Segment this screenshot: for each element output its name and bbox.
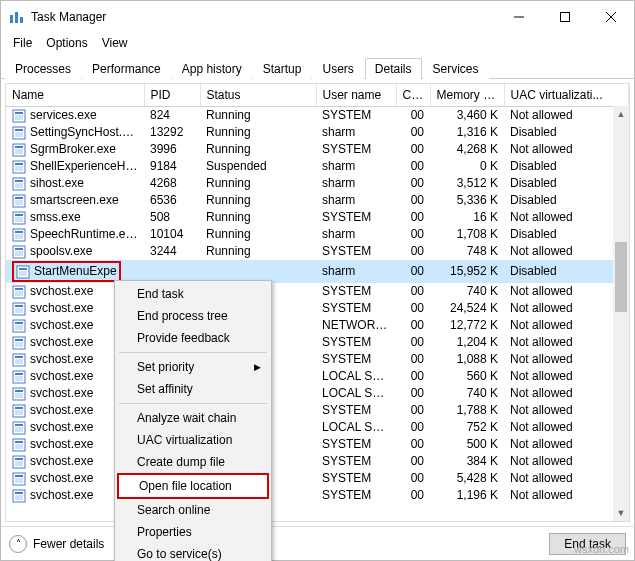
col-cpu[interactable]: CPU (396, 84, 430, 107)
maximize-button[interactable] (542, 1, 588, 33)
svg-rect-66 (15, 444, 23, 449)
process-icon (12, 438, 26, 452)
ctx-end-tree[interactable]: End process tree (117, 305, 269, 327)
ctx-uac[interactable]: UAC virtualization (117, 429, 269, 451)
ctx-set-priority[interactable]: Set priority ▶ (117, 356, 269, 378)
process-name: svchost.exe (30, 335, 93, 349)
tab-performance[interactable]: Performance (82, 58, 171, 79)
svg-rect-11 (15, 129, 23, 131)
tab-details[interactable]: Details (365, 58, 422, 79)
svg-rect-75 (15, 495, 23, 500)
ctx-dump[interactable]: Create dump file (117, 451, 269, 473)
cell-uac: Not allowed (504, 368, 629, 385)
cell-user: sharm (316, 175, 396, 192)
table-row[interactable]: svchost.exeSYSTEM0024,524 KNot allowed (6, 300, 629, 317)
process-icon (12, 319, 26, 333)
ctx-go-to-services[interactable]: Go to service(s) (117, 543, 269, 561)
cell-cpu: 00 (396, 317, 430, 334)
cell-uac: Not allowed (504, 470, 629, 487)
col-mem[interactable]: Memory (ac... (430, 84, 504, 107)
cell-uac: Not allowed (504, 141, 629, 158)
svg-rect-27 (15, 217, 23, 222)
close-button[interactable] (588, 1, 634, 33)
col-uac[interactable]: UAC virtualizati... (504, 84, 629, 107)
ctx-feedback[interactable]: Provide feedback (117, 327, 269, 349)
table-row[interactable]: smss.exe508RunningSYSTEM0016 KNot allowe… (6, 209, 629, 226)
tab-users[interactable]: Users (312, 58, 363, 79)
cell-user: SYSTEM (316, 436, 396, 453)
process-name: SgrmBroker.exe (30, 142, 116, 156)
tab-startup[interactable]: Startup (253, 58, 312, 79)
table-row[interactable]: SgrmBroker.exe3996RunningSYSTEM004,268 K… (6, 141, 629, 158)
cell-pid: 508 (144, 209, 200, 226)
col-user[interactable]: User name (316, 84, 396, 107)
scroll-down-icon[interactable]: ▼ (613, 505, 629, 521)
scroll-up-icon[interactable]: ▲ (613, 106, 629, 122)
table-row[interactable]: services.exe824RunningSYSTEM003,460 KNot… (6, 107, 629, 124)
scroll-thumb[interactable] (615, 242, 627, 312)
process-icon (12, 160, 26, 174)
cell-uac: Disabled (504, 124, 629, 141)
table-row[interactable]: svchost.exeLOCAL SER...00740 KNot allowe… (6, 385, 629, 402)
process-name: StartMenuExpe (34, 264, 117, 278)
svg-rect-35 (19, 268, 27, 270)
vertical-scrollbar[interactable]: ▲ ▼ (613, 106, 629, 521)
process-name: ShellExperienceHost.... (30, 159, 144, 173)
table-row[interactable]: sihost.exe4268Runningsharm003,512 KDisab… (6, 175, 629, 192)
table-row[interactable]: StartMenuExpesharm0015,952 KDisabled (6, 260, 629, 283)
cell-cpu: 00 (396, 436, 430, 453)
table-row[interactable]: svchost.exeSYSTEM00500 KNot allowed (6, 436, 629, 453)
svg-rect-38 (15, 288, 23, 290)
cell-cpu: 00 (396, 402, 430, 419)
table-row[interactable]: ShellExperienceHost....9184Suspendedshar… (6, 158, 629, 175)
cell-mem: 24,524 K (430, 300, 504, 317)
tab-app-history[interactable]: App history (172, 58, 252, 79)
minimize-button[interactable] (496, 1, 542, 33)
col-status[interactable]: Status (200, 84, 316, 107)
table-row[interactable]: smartscreen.exe6536Runningsharm005,336 K… (6, 192, 629, 209)
tab-services[interactable]: Services (423, 58, 489, 79)
process-name: services.exe (30, 108, 97, 122)
table-row[interactable]: svchost.exeSYSTEM005,428 KNot allowed (6, 470, 629, 487)
tab-processes[interactable]: Processes (5, 58, 81, 79)
svg-rect-9 (15, 115, 23, 120)
table-row[interactable]: svchost.exeSYSTEM001,196 KNot allowed (6, 487, 629, 504)
table-row[interactable]: svchost.exeSYSTEM001,204 KNot allowed (6, 334, 629, 351)
table-row[interactable]: svchost.exeSYSTEM00384 KNot allowed (6, 453, 629, 470)
cell-cpu: 00 (396, 107, 430, 124)
col-name[interactable]: Name (6, 84, 144, 107)
table-row[interactable]: svchost.exeSYSTEM00740 KNot allowed (6, 283, 629, 300)
cell-cpu: 00 (396, 487, 430, 504)
table-row[interactable]: SpeechRuntime.exe10104Runningsharm001,70… (6, 226, 629, 243)
cell-user: sharm (316, 260, 396, 283)
table-row[interactable]: svchost.exeSYSTEM001,088 KNot allowed (6, 351, 629, 368)
menu-file[interactable]: File (7, 35, 38, 51)
ctx-analyze[interactable]: Analyze wait chain (117, 407, 269, 429)
process-name: svchost.exe (30, 420, 93, 434)
col-pid[interactable]: PID (144, 84, 200, 107)
process-icon (12, 285, 26, 299)
fewer-details-button[interactable]: ˄ Fewer details (9, 535, 104, 553)
watermark: wsxdn.com (574, 543, 629, 555)
menu-view[interactable]: View (96, 35, 134, 51)
ctx-properties[interactable]: Properties (117, 521, 269, 543)
cell-mem: 3,460 K (430, 107, 504, 124)
table-row[interactable]: SettingSyncHost.exe13292Runningsharm001,… (6, 124, 629, 141)
table-row[interactable]: svchost.exeLOCAL SER...00560 KNot allowe… (6, 368, 629, 385)
table-row[interactable]: spoolsv.exe3244RunningSYSTEM00748 KNot a… (6, 243, 629, 260)
table-row[interactable]: svchost.exeLOCAL SER...00752 KNot allowe… (6, 419, 629, 436)
svg-rect-44 (15, 322, 23, 324)
titlebar[interactable]: Task Manager (1, 1, 634, 33)
ctx-search-online[interactable]: Search online (117, 499, 269, 521)
ctx-set-affinity[interactable]: Set affinity (117, 378, 269, 400)
svg-rect-33 (15, 251, 23, 256)
menu-options[interactable]: Options (40, 35, 93, 51)
svg-rect-68 (15, 458, 23, 460)
ctx-open-file-location[interactable]: Open file location (117, 473, 269, 499)
table-row[interactable]: svchost.exeSYSTEM001,788 KNot allowed (6, 402, 629, 419)
table-row[interactable]: svchost.exeNETWORK ...0012,772 KNot allo… (6, 317, 629, 334)
ctx-end-task[interactable]: End task (117, 283, 269, 305)
fewer-details-label: Fewer details (33, 537, 104, 551)
cell-user: SYSTEM (316, 300, 396, 317)
statusbar: ˄ Fewer details End task (1, 526, 634, 560)
